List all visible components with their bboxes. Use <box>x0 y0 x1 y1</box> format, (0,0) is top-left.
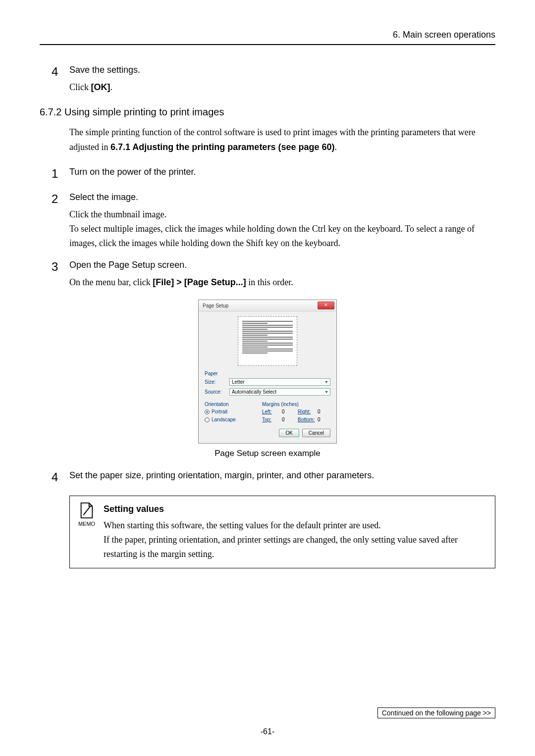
step-4: 4 Set the paper size, printing orientati… <box>40 470 495 486</box>
step-1: 1 Turn on the power of the printer. <box>40 167 495 182</box>
margin-bottom-value[interactable]: 0 <box>318 417 330 422</box>
close-icon[interactable]: ✕ <box>318 302 334 309</box>
page-preview <box>238 316 297 366</box>
step-4-top: 4 Save the settings. Click [OK]. <box>40 65 495 95</box>
section-heading: 6.7.2 Using simple printing to print ima… <box>40 106 495 118</box>
memo-title: Setting values <box>104 502 488 516</box>
margin-top-value[interactable]: 0 <box>282 417 295 422</box>
landscape-radio[interactable]: Landscape <box>205 417 262 422</box>
size-select[interactable]: Letter <box>229 378 330 386</box>
continued-notice: Continued on the following page >> <box>377 707 495 718</box>
step-title: Open the Page Setup screen. <box>69 260 495 270</box>
memo-text: When starting this software, the setting… <box>104 518 488 533</box>
cancel-button[interactable]: Cancel <box>302 429 330 437</box>
step-number: 3 <box>40 260 69 290</box>
step-title: Set the paper size, printing orientation… <box>69 470 495 481</box>
margin-right-label: Right: <box>298 409 315 414</box>
step-title: Turn on the power of the printer. <box>69 167 495 177</box>
page-number: -61- <box>0 727 535 736</box>
dialog-title: Page Setup <box>203 303 228 308</box>
margin-left-label: Left: <box>262 409 279 414</box>
radio-icon <box>205 417 210 422</box>
page-setup-dialog: Page Setup ✕ <box>198 300 337 444</box>
step-text: Click the thumbnail image. To select mul… <box>69 207 495 250</box>
dialog-caption: Page Setup screen example <box>40 449 495 458</box>
dialog-titlebar[interactable]: Page Setup ✕ <box>199 300 336 311</box>
margins-group-label: Margins (inches) <box>262 402 330 407</box>
orientation-group-label: Orientation <box>205 402 262 407</box>
page-header: 6. Main screen operations <box>40 30 495 45</box>
memo-icon <box>79 502 94 519</box>
margin-bottom-label: Bottom: <box>298 417 315 422</box>
source-label: Source: <box>205 389 229 395</box>
chevron-down-icon <box>325 391 328 393</box>
margin-left-value[interactable]: 0 <box>282 409 295 414</box>
margin-top-label: Top: <box>262 417 279 422</box>
step-number: 2 <box>40 192 69 250</box>
portrait-radio[interactable]: Portrait <box>205 409 262 414</box>
size-label: Size: <box>205 379 229 385</box>
step-number: 4 <box>40 470 69 486</box>
step-text: Click [OK]. <box>69 80 495 95</box>
section-intro: The simple printing function of the cont… <box>69 125 495 155</box>
memo-text: If the paper, printing orientation, and … <box>104 533 488 561</box>
step-3: 3 Open the Page Setup screen. On the men… <box>40 260 495 290</box>
step-number: 4 <box>40 65 69 95</box>
memo-icon-label: MEMO <box>77 521 97 527</box>
memo-box: MEMO Setting values When starting this s… <box>69 496 495 568</box>
step-text: On the menu bar, click [File] > [Page Se… <box>69 275 495 290</box>
margin-right-value[interactable]: 0 <box>318 409 330 414</box>
step-number: 1 <box>40 167 69 182</box>
chevron-down-icon <box>325 381 328 383</box>
step-title: Save the settings. <box>69 65 495 75</box>
step-2: 2 Select the image. Click the thumbnail … <box>40 192 495 250</box>
ok-button[interactable]: OK <box>279 429 299 437</box>
step-title: Select the image. <box>69 192 495 202</box>
radio-icon <box>205 409 210 414</box>
paper-group-label: Paper <box>205 371 330 376</box>
source-select[interactable]: Automatically Select <box>229 388 330 396</box>
